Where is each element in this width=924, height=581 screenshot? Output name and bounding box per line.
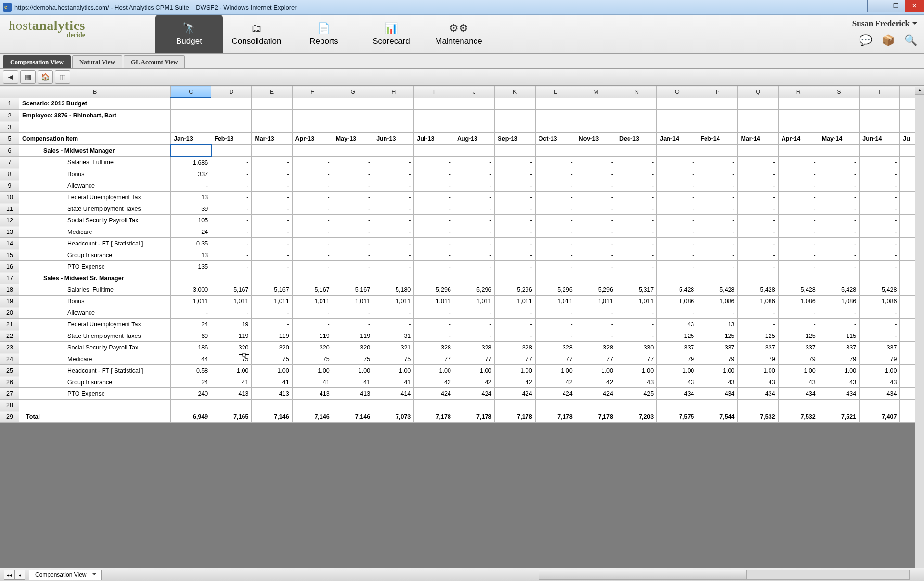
browser-title-bar: https://demoha.hostanalytics.com/ - Host…	[0, 0, 924, 15]
back-icon[interactable]: ◀	[3, 70, 18, 84]
col-header-N[interactable]: N	[616, 86, 656, 98]
reports-icon: 📄	[317, 22, 330, 35]
row-11: 11State Unemployment Taxes39------------…	[0, 203, 924, 215]
col-header-C[interactable]: C	[171, 86, 211, 98]
spreadsheet-area: BCDEFGHIJKLMNOPQRST1Scenario: 2013 Budge…	[0, 86, 924, 581]
row-14: 14Headcount - FT [ Statistical ]0.35----…	[0, 238, 924, 249]
layout-icon[interactable]: ◫	[55, 70, 70, 84]
col-header-B[interactable]: B	[19, 86, 171, 98]
col-header-Q[interactable]: Q	[738, 86, 778, 98]
col-header-L[interactable]: L	[535, 86, 576, 98]
row-header-25[interactable]: 25	[0, 365, 19, 376]
row-header-3[interactable]: 3	[0, 121, 19, 133]
row-24: 24Medicare447575757575777777777777797979…	[0, 353, 924, 365]
col-header-T[interactable]: T	[860, 86, 900, 98]
row-header-8[interactable]: 8	[0, 168, 19, 180]
home-icon[interactable]: 🏠	[38, 70, 53, 84]
row-header-22[interactable]: 22	[0, 330, 19, 342]
row-header-20[interactable]: 20	[0, 307, 19, 319]
nav-consolidation[interactable]: 🗂Consolidation	[223, 15, 290, 53]
col-header-S[interactable]: S	[819, 86, 859, 98]
col-header-K[interactable]: K	[495, 86, 535, 98]
window-restore-button[interactable]: ❐	[886, 0, 905, 12]
row-header-28[interactable]: 28	[0, 400, 19, 411]
row-29: 29Total6,9497,1657,1467,1467,1467,0737,1…	[0, 411, 924, 423]
consolidation-icon: 🗂	[251, 22, 262, 35]
row-26: 26Group Insurance24414141414142424242424…	[0, 376, 924, 388]
row-header-19[interactable]: 19	[0, 296, 19, 307]
row-header-29[interactable]: 29	[0, 411, 19, 423]
horizontal-scrollbar[interactable]	[539, 570, 910, 580]
vertical-scrollbar[interactable]: ▲▼	[915, 86, 924, 581]
row-header-26[interactable]: 26	[0, 376, 19, 388]
row-header-27[interactable]: 27	[0, 388, 19, 400]
col-header-E[interactable]: E	[252, 86, 292, 98]
nav-maintenance[interactable]: ⚙⚙Maintenance	[425, 15, 492, 53]
scorecard-icon: 📊	[385, 22, 398, 35]
row-header-21[interactable]: 21	[0, 319, 19, 330]
select-all-corner[interactable]	[0, 86, 19, 98]
col-header-O[interactable]: O	[657, 86, 697, 98]
row-10: 10Federal Unemployment Tax13------------…	[0, 192, 924, 203]
col-header-I[interactable]: I	[414, 86, 454, 98]
row-header-6[interactable]: 6	[0, 144, 19, 156]
row-header-11[interactable]: 11	[0, 203, 19, 215]
nav-scorecard[interactable]: 📊Scorecard	[358, 15, 425, 53]
window-close-button[interactable]: ✕	[905, 0, 924, 12]
col-header-M[interactable]: M	[576, 86, 616, 98]
view-tab-natural-view[interactable]: Natural View	[72, 55, 122, 68]
col-header-D[interactable]: D	[211, 86, 252, 98]
row-header-15[interactable]: 15	[0, 249, 19, 261]
row-18: 18Salaries: Fulltime3,0005,1675,1675,167…	[0, 284, 924, 296]
chat-icon[interactable]: 💬	[859, 34, 872, 47]
row-9: 9Allowance------------------	[0, 180, 924, 192]
col-header-H[interactable]: H	[373, 86, 414, 98]
view-tab-gl-account-view[interactable]: GL Account View	[124, 55, 185, 68]
row-header-17[interactable]: 17	[0, 272, 19, 284]
row-header-10[interactable]: 10	[0, 192, 19, 203]
row-header-12[interactable]: 12	[0, 215, 19, 226]
package-icon[interactable]: 📦	[882, 34, 895, 47]
row-2: 2Employee: 3876 - Rhinehart, Bart	[0, 110, 924, 121]
view-tab-compensation-view[interactable]: Compensation View	[3, 55, 71, 68]
sheet-tab[interactable]: Compensation View	[29, 570, 102, 580]
col-header-F[interactable]: F	[292, 86, 333, 98]
window-title: https://demoha.hostanalytics.com/ - Host…	[14, 4, 297, 11]
excel-icon[interactable]: ▦	[20, 70, 36, 84]
row-header-1[interactable]: 1	[0, 98, 19, 110]
user-menu[interactable]: Susan Frederick	[852, 19, 917, 28]
row-header-23[interactable]: 23	[0, 342, 19, 353]
spreadsheet-grid[interactable]: BCDEFGHIJKLMNOPQRST1Scenario: 2013 Budge…	[0, 86, 924, 423]
nav-budget[interactable]: 🔭Budget	[155, 15, 223, 53]
row-20: 20Allowance------------------	[0, 307, 924, 319]
row-header-13[interactable]: 13	[0, 226, 19, 238]
nav-reports[interactable]: 📄Reports	[290, 15, 358, 53]
row-15: 15Group Insurance13-----------------	[0, 249, 924, 261]
row-header-9[interactable]: 9	[0, 180, 19, 192]
row-header-14[interactable]: 14	[0, 238, 19, 249]
sheet-nav-buttons[interactable]: ◂◂◂	[4, 570, 25, 580]
row-header-18[interactable]: 18	[0, 284, 19, 296]
col-header-J[interactable]: J	[454, 86, 494, 98]
row-header-24[interactable]: 24	[0, 353, 19, 365]
col-header-R[interactable]: R	[778, 86, 819, 98]
row-16: 16PTO Expense135-----------------	[0, 261, 924, 272]
row-19: 19Bonus1,0111,0111,0111,0111,0111,0111,0…	[0, 296, 924, 307]
col-header-P[interactable]: P	[697, 86, 738, 98]
row-12: 12Social Security Payroll Tax105--------…	[0, 215, 924, 226]
search-icon[interactable]: 🔍	[904, 34, 917, 47]
window-minimize-button[interactable]: —	[867, 0, 886, 12]
col-header-G[interactable]: G	[333, 86, 373, 98]
row-28: 28	[0, 400, 924, 411]
row-header-7[interactable]: 7	[0, 156, 19, 168]
row-13: 13Medicare24-----------------	[0, 226, 924, 238]
row-7: 7Salaries: Fulltime1,686----------------…	[0, 156, 924, 168]
row-17: 17Sales - Midwest Sr. Manager	[0, 272, 924, 284]
main-nav: 🔭Budget🗂Consolidation📄Reports📊Scorecard⚙…	[155, 15, 492, 53]
row-23: 23Social Security Payroll Tax18632032032…	[0, 342, 924, 353]
row-header-5[interactable]: 5	[0, 133, 19, 145]
row-header-2[interactable]: 2	[0, 110, 19, 121]
row-6: 6Sales - Midwest Manager	[0, 144, 924, 156]
row-header-16[interactable]: 16	[0, 261, 19, 272]
row-8: 8Bonus337-----------------	[0, 168, 924, 180]
